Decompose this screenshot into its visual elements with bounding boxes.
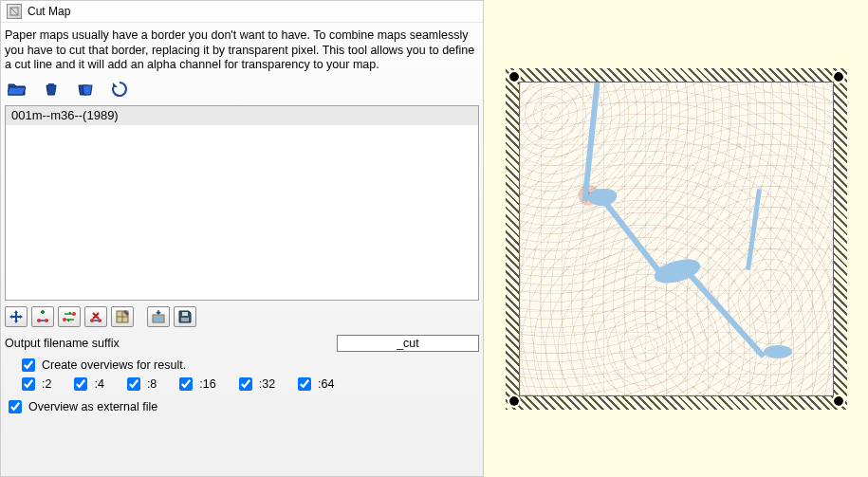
form-area: Output filename suffix Create overviews … [1,331,483,416]
crop-handle-top-left[interactable] [509,72,519,82]
external-file-checkbox[interactable]: Overview as external file [5,397,460,416]
level-8-checkbox[interactable]: :8 [123,375,157,394]
file-list[interactable]: 001m--m36--(1989) [5,105,479,301]
svg-point-6 [90,319,94,322]
external-file-input[interactable] [9,400,22,413]
description-text: Paper maps usually have a border you don… [1,23,483,77]
level-32-checkbox[interactable]: :32 [235,375,275,394]
edit-toolbar [1,301,483,331]
level-64-checkbox[interactable]: :64 [294,375,334,394]
suffix-label: Output filename suffix [5,337,120,350]
svg-rect-1 [48,83,54,85]
svg-point-4 [63,318,66,321]
external-file-label: Overview as external file [28,400,157,413]
svg-rect-12 [181,318,189,321]
reload-button[interactable] [107,79,132,100]
grid-button[interactable] [111,306,134,327]
remove-point-button[interactable] [84,306,107,327]
svg-rect-10 [154,316,163,321]
file-toolbar [1,77,483,105]
svg-point-7 [98,319,102,322]
cut-map-icon [7,4,22,19]
map-image[interactable] [519,82,834,396]
create-overviews-checkbox[interactable]: Create overviews for result. [18,356,460,375]
preview-panel [484,0,868,477]
trash-all-button[interactable] [73,79,98,100]
open-folder-button[interactable] [5,79,29,100]
crop-handle-bottom-right[interactable] [834,396,843,406]
level-4-checkbox[interactable]: :4 [70,375,103,394]
add-point-button[interactable] [31,306,54,327]
title-bar: Cut Map [1,1,483,23]
move-button[interactable] [5,306,28,327]
toolbar-spacer [138,306,143,327]
map-hatch-border [506,68,847,410]
trash-button[interactable] [39,79,64,100]
overview-levels-row: :2 :4 :8 :16 :32 :64 [5,375,479,394]
save-button[interactable] [174,306,196,327]
swap-points-button[interactable] [58,306,81,327]
level-2-checkbox[interactable]: :2 [18,375,51,394]
suffix-row: Output filename suffix [5,335,479,352]
map-container[interactable] [506,68,847,410]
create-overviews-label: Create overviews for result. [42,358,186,372]
svg-point-5 [72,312,76,316]
level-16-checkbox[interactable]: :16 [175,375,215,394]
export-button[interactable] [147,306,170,327]
svg-point-2 [37,319,41,322]
svg-rect-11 [182,312,188,316]
left-panel: Cut Map Paper maps usually have a border… [0,0,484,477]
suffix-input[interactable] [337,335,479,352]
crop-handle-bottom-left[interactable] [509,396,519,406]
svg-point-3 [45,319,48,322]
map-river [764,345,792,358]
crop-handle-top-right[interactable] [834,72,843,82]
create-overviews-input[interactable] [22,358,35,372]
list-item[interactable]: 001m--m36--(1989) [6,106,478,125]
title-text: Cut Map [28,5,70,18]
